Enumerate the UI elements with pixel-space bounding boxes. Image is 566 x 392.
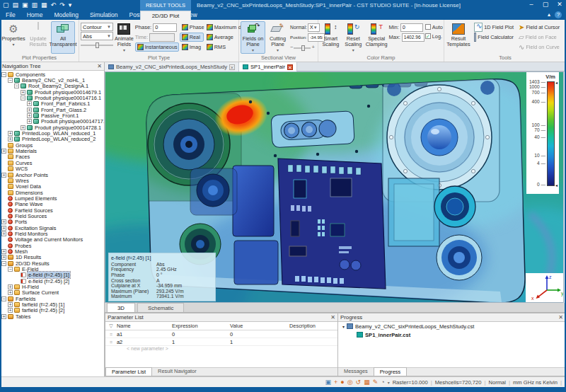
tab-schematic[interactable]: Schematic xyxy=(137,303,184,312)
expand-icon[interactable]: + xyxy=(8,290,13,295)
expand-icon[interactable]: + xyxy=(8,137,13,142)
1d-field-plot-button[interactable]: 1D Field Plot xyxy=(472,23,516,32)
plot-style-combo[interactable]: Contour▼ xyxy=(81,23,113,31)
tab-3d[interactable]: 3D xyxy=(107,303,135,312)
transparency-slider[interactable] xyxy=(81,42,113,48)
expand-icon[interactable]: + xyxy=(1,314,6,319)
document-tab-active[interactable]: SP1_innerPair ✕ xyxy=(239,62,297,71)
collapse-arrow-icon[interactable]: ▾ xyxy=(342,324,345,329)
tab-2d3d-plot[interactable]: 2D/3D Plot xyxy=(140,11,191,20)
expand-icon[interactable]: + xyxy=(1,231,6,236)
tab-progress[interactable]: Progress xyxy=(374,367,408,376)
expand-icon[interactable]: + xyxy=(21,90,25,95)
undo-icon[interactable]: ↶ xyxy=(51,1,57,10)
animate-fields-button[interactable]: Animate Fields▾ xyxy=(114,21,134,54)
copy-icon[interactable]: ▥ xyxy=(32,1,38,10)
tree-item[interactable]: +Tables xyxy=(0,313,104,319)
reset-scaling-button[interactable]: ↻ Reset Scaling▾ xyxy=(342,21,364,54)
tab-parameter-list[interactable]: Parameter List xyxy=(105,367,152,376)
max-input[interactable] xyxy=(402,33,424,42)
expand-icon[interactable]: + xyxy=(8,131,13,136)
progress-child-item[interactable]: SP1_innerPair.cst xyxy=(338,330,565,339)
expand-icon[interactable]: + xyxy=(1,173,6,178)
close-button[interactable]: ✕ xyxy=(555,1,564,8)
customize-icon[interactable]: ▾ xyxy=(69,1,72,10)
smart-scaling-button[interactable]: ↕ Smart Scaling xyxy=(320,21,342,54)
zoom-icon[interactable]: ◎ xyxy=(347,378,353,386)
properties-button[interactable]: ⚙ Properties▾ xyxy=(1,21,25,54)
special-clamping-button[interactable]: T Special Clamping xyxy=(365,21,388,54)
result-templates-button[interactable]: Result Templates xyxy=(446,21,471,54)
parameter-list-close-icon[interactable]: ✕ xyxy=(330,314,335,321)
log-checkbox[interactable]: ✓Log. xyxy=(425,32,443,40)
instantaneous-button[interactable]: Instantaneous xyxy=(135,42,179,52)
clock-dropdown-icon[interactable]: ▾ xyxy=(388,380,390,385)
select-icon[interactable]: ▣ xyxy=(325,378,332,386)
progress-close-icon[interactable]: ✕ xyxy=(558,314,563,321)
expand-icon[interactable]: + xyxy=(1,219,6,224)
collapse-icon[interactable]: − xyxy=(8,78,13,83)
move-icon[interactable]: + xyxy=(334,378,337,386)
menu-home[interactable]: Home xyxy=(21,11,49,20)
all-transparent-button[interactable]: All Transparent xyxy=(51,21,75,54)
save-icon[interactable]: ▣ xyxy=(22,1,28,10)
cutting-plane-button[interactable]: ✎ Cutting Plane▾ xyxy=(266,21,289,54)
redo-icon[interactable]: ↷ xyxy=(59,1,65,10)
tab-messages[interactable]: Messages xyxy=(338,367,374,376)
average-button[interactable]: Average xyxy=(204,33,236,42)
time-input[interactable] xyxy=(149,33,175,42)
imag-button[interactable]: Imag xyxy=(180,42,204,52)
expand-icon[interactable]: + xyxy=(8,284,13,289)
expand-icon[interactable]: + xyxy=(21,125,25,130)
field-on-curve-button[interactable]: ∿Field on Curve xyxy=(516,42,562,52)
expand-icon[interactable]: + xyxy=(27,113,32,118)
menu-file[interactable]: File xyxy=(0,11,21,20)
open-file-icon[interactable]: ▤ xyxy=(13,1,19,10)
position-slider[interactable] xyxy=(294,45,311,51)
expand-icon[interactable]: + xyxy=(27,101,32,106)
filter-icon[interactable]: ▽ xyxy=(105,323,117,329)
expand-icon[interactable]: + xyxy=(1,149,6,154)
document-tab[interactable]: Beamy_v2_CNC_sixPrintedLoops_MeshStudy ✕ xyxy=(105,62,239,71)
globe-icon[interactable]: ● xyxy=(340,378,344,386)
expand-icon[interactable]: + xyxy=(1,255,6,260)
new-file-icon[interactable]: ▢ xyxy=(3,1,9,10)
update-results-button[interactable]: Update Results xyxy=(26,21,50,54)
field-at-cursor-button[interactable]: ➤Field at Cursor xyxy=(516,23,562,32)
tab-close-icon[interactable]: ✕ xyxy=(229,64,235,70)
real-button[interactable]: Real xyxy=(180,33,204,42)
menu-modeling[interactable]: Modeling xyxy=(48,11,84,20)
collapse-icon[interactable]: − xyxy=(14,83,19,88)
collapse-ribbon-icon[interactable]: ▴ xyxy=(548,11,550,18)
min-input[interactable] xyxy=(400,23,423,32)
clock-icon[interactable]: ◔ xyxy=(381,378,384,386)
new-parameter-row[interactable]: < new parameter > xyxy=(105,346,337,353)
rotate-icon[interactable]: ↺ xyxy=(356,378,362,386)
menu-simulation[interactable]: Simulation xyxy=(84,11,124,20)
expand-icon[interactable]: + xyxy=(8,308,13,313)
fields-on-plane-button[interactable]: ↷ Fields on Plane▾ xyxy=(241,21,265,54)
auto-checkbox[interactable]: Auto xyxy=(425,23,443,31)
print-icon[interactable]: ▦ xyxy=(41,1,47,10)
progress-root-item[interactable]: ▾ Beamy_v2_CNC_sixPrintedLoops_MeshStudy… xyxy=(338,322,565,330)
expand-icon[interactable]: + xyxy=(1,226,6,231)
field-calculator-button[interactable]: Field Calculator xyxy=(472,33,516,42)
draw-icon[interactable]: ✎ xyxy=(373,378,379,386)
parameter-row[interactable]: =a100 xyxy=(105,330,337,338)
expand-icon[interactable]: + xyxy=(8,302,13,307)
expand-icon[interactable]: + xyxy=(27,119,32,124)
collapse-icon[interactable]: − xyxy=(1,72,6,77)
navigation-tree-close-icon[interactable]: ✕ xyxy=(97,63,102,69)
collapse-icon[interactable]: − xyxy=(21,96,25,100)
expand-icon[interactable]: + xyxy=(1,249,6,254)
parameter-row[interactable]: =a211 xyxy=(105,338,337,346)
tree-item[interactable]: −2D/3D Results xyxy=(0,260,104,266)
3d-viewport[interactable]: V/m 1403 —1000 —700 —400 —100 —70 —40 —1… xyxy=(105,71,564,303)
field-on-face-button[interactable]: ▱Field on Face xyxy=(516,33,562,42)
tab-result-navigator[interactable]: Result Navigator xyxy=(152,367,202,376)
collapse-icon[interactable]: − xyxy=(1,261,6,266)
collapse-icon[interactable]: − xyxy=(1,296,6,301)
expand-icon[interactable]: + xyxy=(27,108,32,113)
minimize-button[interactable]: – xyxy=(527,1,536,8)
help-icon[interactable]: ? xyxy=(555,11,562,18)
